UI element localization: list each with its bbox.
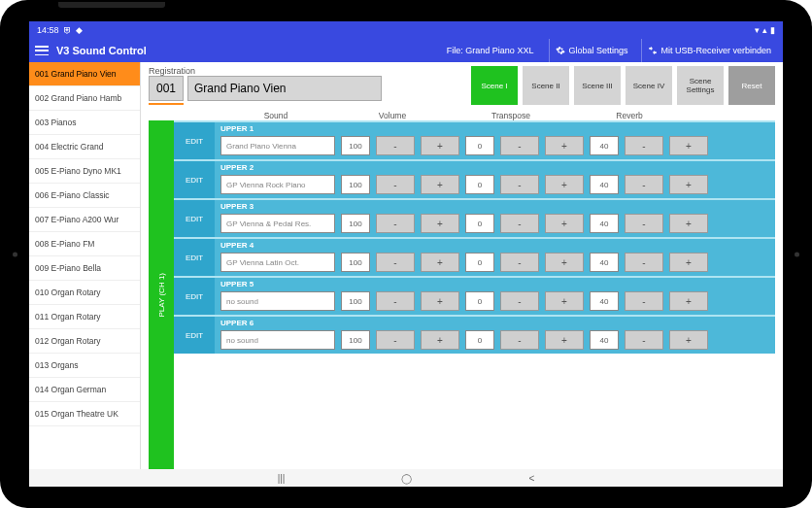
transpose-value-5: 0 <box>465 330 494 350</box>
row-label: UPPER 2 <box>220 163 769 172</box>
sidebar-item-4[interactable]: 005 E-Piano Dyno MK1 <box>29 159 140 184</box>
sidebar-item-6[interactable]: 007 E-Piano A200 Wur <box>29 208 140 232</box>
volume-minus-2[interactable]: - <box>376 214 415 233</box>
scene-button-2[interactable]: Scene III <box>574 66 621 105</box>
sidebar-item-10[interactable]: 011 Organ Rotary <box>29 305 140 329</box>
scene-button-4[interactable]: Scene Settings <box>677 66 724 105</box>
reverb-plus-0[interactable]: + <box>669 136 708 155</box>
volume-minus-0[interactable]: - <box>376 136 415 155</box>
app-header: V3 Sound Control File: Grand Piano XXL G… <box>29 39 783 62</box>
reverb-minus-4[interactable]: - <box>625 291 663 311</box>
sidebar-item-2[interactable]: 003 Pianos <box>29 111 140 135</box>
volume-value-2: 100 <box>341 214 370 233</box>
transpose-minus-0[interactable]: - <box>500 136 539 155</box>
edit-button-2[interactable]: EDIT <box>174 200 215 237</box>
location-icon: ◆ <box>76 25 83 35</box>
transpose-plus-1[interactable]: + <box>545 175 584 194</box>
global-settings-button[interactable]: Global Settings <box>549 39 633 62</box>
reverb-minus-2[interactable]: - <box>625 214 663 233</box>
sidebar-item-13[interactable]: 014 Organ German <box>29 378 140 402</box>
sidebar-item-9[interactable]: 010 Organ Rotary <box>29 281 140 305</box>
volume-plus-0[interactable]: + <box>421 136 459 155</box>
android-nav-bar: ||| ◯ < <box>29 469 783 487</box>
reverb-plus-2[interactable]: + <box>669 214 708 233</box>
volume-plus-1[interactable]: + <box>421 175 459 194</box>
scene-button-0[interactable]: Scene I <box>471 66 518 105</box>
recent-apps-icon[interactable]: ||| <box>278 473 286 484</box>
sound-input-0[interactable] <box>220 136 335 155</box>
reverb-plus-4[interactable]: + <box>669 291 708 311</box>
shield-icon: ⛨ <box>63 25 72 35</box>
edit-button-3[interactable]: EDIT <box>174 239 215 276</box>
reverb-plus-5[interactable]: + <box>669 330 708 350</box>
sidebar-item-3[interactable]: 004 Electric Grand <box>29 135 140 159</box>
edit-button-4[interactable]: EDIT <box>174 278 215 315</box>
volume-minus-3[interactable]: - <box>376 253 415 272</box>
reverb-minus-1[interactable]: - <box>625 175 663 194</box>
transpose-plus-2[interactable]: + <box>545 214 584 233</box>
transpose-minus-2[interactable]: - <box>500 214 539 233</box>
sound-row-4: EDITUPPER 5100-+0-+40-+ <box>174 276 775 315</box>
transpose-minus-4[interactable]: - <box>500 291 539 311</box>
reverb-minus-3[interactable]: - <box>625 253 663 272</box>
transpose-value-2: 0 <box>465 214 494 233</box>
sound-row-1: EDITUPPER 2100-+0-+40-+ <box>174 159 775 198</box>
volume-plus-4[interactable]: + <box>421 291 459 311</box>
sidebar-item-12[interactable]: 013 Organs <box>29 354 140 378</box>
edit-button-0[interactable]: EDIT <box>174 122 215 159</box>
transpose-value-0: 0 <box>465 136 494 155</box>
transpose-minus-3[interactable]: - <box>500 253 539 272</box>
file-label: File: Grand Piano XXL <box>447 46 534 55</box>
sound-input-5[interactable] <box>220 330 335 350</box>
volume-value-1: 100 <box>341 175 370 194</box>
scene-button-5[interactable]: Reset <box>728 66 775 105</box>
signal-icon: ▴ <box>762 25 767 35</box>
menu-icon[interactable] <box>35 46 49 55</box>
transpose-plus-0[interactable]: + <box>545 136 584 155</box>
android-status-bar: 14:58 ⛨ ◆ ▾ ▴ ▮ <box>29 21 783 39</box>
reverb-minus-0[interactable]: - <box>625 136 663 155</box>
volume-minus-4[interactable]: - <box>376 291 415 311</box>
reverb-value-0: 40 <box>590 136 619 155</box>
usb-connect-button[interactable]: Mit USB-Receiver verbinden <box>641 39 777 62</box>
transpose-minus-5[interactable]: - <box>500 330 539 350</box>
registration-number[interactable]: 001 <box>149 76 184 101</box>
row-label: UPPER 4 <box>220 241 769 250</box>
volume-plus-5[interactable]: + <box>421 330 459 350</box>
registration-name[interactable]: Grand Piano Vien <box>187 76 382 101</box>
volume-minus-1[interactable]: - <box>376 175 415 194</box>
sidebar-item-1[interactable]: 002 Grand Piano Hamb <box>29 86 140 111</box>
sidebar-item-14[interactable]: 015 Organ Theatre UK <box>29 402 140 426</box>
connect-icon <box>648 46 658 55</box>
scene-button-1[interactable]: Scene II <box>523 66 569 105</box>
edit-button-5[interactable]: EDIT <box>174 317 215 354</box>
col-reverb: Reverb <box>570 111 689 120</box>
reverb-plus-1[interactable]: + <box>669 175 708 194</box>
sidebar-item-7[interactable]: 008 E-Piano FM <box>29 232 140 256</box>
sidebar-item-0[interactable]: 001 Grand Piano Vien <box>29 62 140 86</box>
transpose-plus-5[interactable]: + <box>545 330 584 350</box>
transpose-minus-1[interactable]: - <box>500 175 539 194</box>
sound-input-2[interactable] <box>220 214 335 233</box>
transpose-plus-4[interactable]: + <box>545 291 584 311</box>
volume-minus-5[interactable]: - <box>376 330 415 350</box>
play-channel-button[interactable]: PLAY (CH 1) <box>149 120 174 469</box>
edit-button-1[interactable]: EDIT <box>174 161 215 198</box>
sound-input-4[interactable] <box>220 291 335 311</box>
sidebar-item-5[interactable]: 006 E-Piano Classic <box>29 184 140 208</box>
sidebar-item-8[interactable]: 009 E-Piano Bella <box>29 256 140 281</box>
sound-input-3[interactable] <box>220 253 335 272</box>
home-icon[interactable]: ◯ <box>401 473 412 484</box>
reverb-value-5: 40 <box>590 330 619 350</box>
sidebar-item-11[interactable]: 012 Organ Rotary <box>29 329 140 354</box>
gear-icon <box>556 46 565 55</box>
volume-plus-3[interactable]: + <box>421 253 459 272</box>
scene-button-3[interactable]: Scene IV <box>626 66 672 105</box>
reverb-minus-5[interactable]: - <box>625 330 663 350</box>
transpose-plus-3[interactable]: + <box>545 253 584 272</box>
sound-input-1[interactable] <box>220 175 335 194</box>
back-icon[interactable]: < <box>528 473 534 484</box>
reverb-plus-3[interactable]: + <box>669 253 708 272</box>
reverb-value-4: 40 <box>590 291 619 311</box>
volume-plus-2[interactable]: + <box>421 214 459 233</box>
